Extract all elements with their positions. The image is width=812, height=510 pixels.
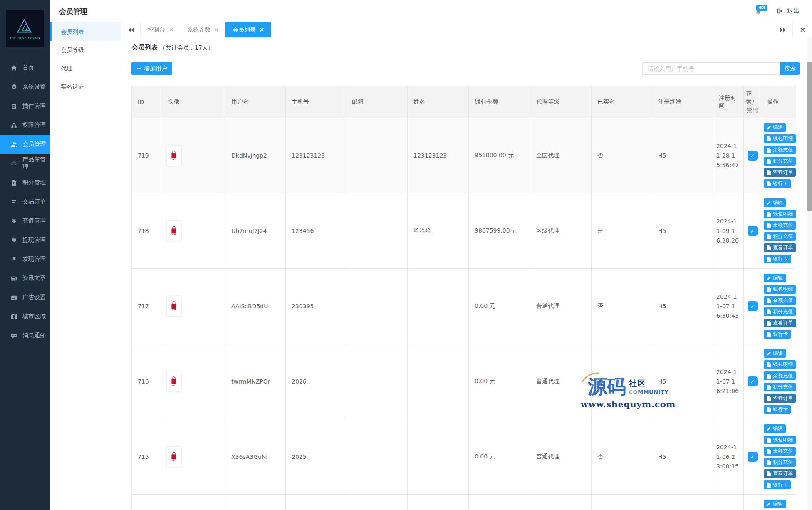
tab-member-list[interactable]: 会员列表	[225, 22, 271, 37]
view-orders-button[interactable]: 查看订单	[764, 243, 796, 252]
cell-wallet: 9867599.00 元	[469, 193, 530, 269]
status-toggle-checkbox[interactable]	[748, 301, 758, 311]
wallet-detail-button[interactable]: 钱包明细	[764, 210, 796, 218]
wallet-detail-button[interactable]: 钱包明细	[764, 134, 796, 143]
wallet-detail-button[interactable]: 钱包明细	[764, 360, 796, 369]
edit-button[interactable]: 编辑	[764, 123, 786, 132]
balance-recharge-button[interactable]: 余额充值	[764, 146, 796, 154]
cell-actions: 编辑 钱包明细 余额充值 积分充值 查看订单	[761, 118, 796, 193]
view-orders-button[interactable]: 查看订单	[764, 319, 796, 327]
signpost-icon	[11, 199, 17, 205]
sidebar-item-recharge-management[interactable]: 充值管理	[0, 211, 50, 230]
tab-console[interactable]: 控制台	[141, 22, 180, 37]
cell-name	[408, 419, 469, 495]
submenu-item-member-level[interactable]: 会员等级	[50, 41, 121, 59]
edit-button[interactable]: 编辑	[764, 198, 786, 207]
add-user-button[interactable]: 增加用户	[131, 62, 172, 75]
cell-name: 123123123	[408, 118, 469, 193]
status-toggle-checkbox[interactable]	[748, 452, 758, 462]
edit-button[interactable]: 编辑	[764, 500, 786, 508]
cell-agent-level: 区级代理	[530, 193, 592, 269]
points-recharge-button[interactable]: 积分充值	[764, 232, 796, 241]
sidebar-item-news-articles[interactable]: 资讯文章	[0, 269, 50, 288]
cell-username	[225, 495, 286, 510]
points-recharge-button[interactable]: 积分充值	[764, 383, 796, 391]
tabs-scroll-left-button[interactable]	[121, 22, 141, 37]
sidebar-item-withdraw-management[interactable]: 提现管理	[0, 230, 50, 250]
tabs-close-all-button[interactable]	[792, 22, 812, 37]
search-input[interactable]	[642, 62, 780, 75]
column-header-terminal: 注册终端	[652, 86, 713, 118]
sidebar-item-city-region[interactable]: 城市区域	[0, 307, 50, 326]
balance-recharge-button[interactable]: 余额充值	[764, 447, 796, 456]
plus-icon	[136, 66, 141, 71]
view-orders-button[interactable]: 查看订单	[764, 394, 796, 403]
submenu-item-member-list[interactable]: 会员列表	[50, 22, 121, 41]
file-icon	[767, 407, 771, 412]
tab-system-params[interactable]: 系统参数	[180, 22, 225, 37]
bank-card-button[interactable]: 银行卡	[764, 330, 791, 339]
points-recharge-button[interactable]: 积分充值	[764, 307, 796, 316]
table-row: 编辑 钱包明细 余额充值 积分充值 查看订单	[132, 495, 796, 510]
notification-bell-button[interactable]: 43	[753, 4, 767, 18]
view-orders-button[interactable]: 查看订单	[764, 168, 796, 177]
cell-reg-time: 2024-11-09 16:38:26	[713, 193, 744, 269]
sidebar-item-system-settings[interactable]: 系统设置	[0, 77, 50, 97]
sidebar-item-points-management[interactable]: 积分管理	[0, 173, 50, 192]
wallet-detail-button[interactable]: 钱包明细	[764, 436, 796, 444]
view-orders-button[interactable]: 查看订单	[764, 469, 796, 478]
cell-verified: 否	[592, 118, 652, 193]
file-icon	[767, 245, 771, 250]
status-toggle-checkbox[interactable]	[748, 151, 758, 161]
cell-id	[132, 495, 162, 510]
balance-recharge-button[interactable]: 余额充值	[764, 371, 796, 380]
tab-close-icon[interactable]	[260, 28, 264, 32]
cell-email	[346, 193, 408, 269]
cell-verified	[592, 495, 652, 510]
sidebar-item-home[interactable]: 首页	[0, 58, 50, 77]
tabs-scroll-right-button[interactable]	[773, 22, 792, 37]
sidebar-item-member-management[interactable]: 会员管理	[0, 135, 50, 154]
sidebar-item-plugin-management[interactable]: 插件管理	[0, 97, 50, 116]
status-toggle-checkbox[interactable]	[748, 376, 758, 386]
bank-card-button[interactable]: 银行卡	[764, 179, 791, 188]
edit-button[interactable]: 编辑	[764, 424, 786, 433]
sidebar-item-permission-management[interactable]: 权限管理	[0, 116, 50, 135]
balance-recharge-button[interactable]: 余额充值	[764, 221, 796, 230]
status-toggle-checkbox[interactable]	[748, 226, 758, 236]
cell-id: 719	[132, 118, 162, 193]
red-shop-bag-logo-icon	[169, 374, 179, 389]
column-header-email: 邮箱	[346, 86, 408, 118]
divider	[127, 58, 801, 58]
bank-card-button[interactable]: 银行卡	[764, 480, 791, 489]
bank-card-button[interactable]: 银行卡	[764, 405, 791, 414]
submenu-item-agent[interactable]: 代理	[50, 59, 121, 77]
red-shop-bag-logo-icon	[169, 223, 179, 238]
red-shop-bag-logo-icon	[169, 299, 179, 314]
edit-button[interactable]: 编辑	[764, 274, 786, 282]
sidebar-item-message-notice[interactable]: 消息通知	[0, 326, 50, 345]
search-button[interactable]: 搜索	[780, 62, 800, 75]
logout-button[interactable]: 退出	[777, 7, 800, 15]
cell-verified: 否	[592, 269, 652, 344]
cell-id: 717	[132, 269, 162, 344]
scrollbar-thumb[interactable]	[807, 62, 812, 211]
sidebar-item-discover-management[interactable]: 发现管理	[0, 250, 50, 269]
sidebar-item-product-library[interactable]: 产品库管理	[0, 154, 50, 173]
yen-icon	[11, 218, 17, 224]
wallet-detail-button[interactable]: 钱包明细	[764, 285, 796, 294]
sidebar-item-trade-orders[interactable]: 交易订单	[0, 192, 50, 211]
edit-button[interactable]: 编辑	[764, 349, 786, 358]
bank-card-button[interactable]: 银行卡	[764, 255, 791, 263]
page-header: 会员列表（共计会员：17人）	[121, 37, 812, 52]
table-body: 719 DkdNvjngp2 123123123 123123123 95100…	[132, 118, 796, 510]
balance-recharge-button[interactable]: 余额充值	[764, 296, 796, 305]
tab-close-icon[interactable]	[215, 28, 218, 32]
points-recharge-button[interactable]: 积分充值	[764, 157, 796, 166]
submenu-item-real-name-auth[interactable]: 实名认证	[50, 77, 121, 96]
points-recharge-button[interactable]: 积分充值	[764, 458, 796, 467]
pencil-icon	[767, 276, 771, 281]
tab-close-icon[interactable]	[169, 28, 173, 32]
file-icon	[767, 223, 771, 228]
sidebar-item-ad-settings[interactable]: 广告设置	[0, 288, 50, 307]
